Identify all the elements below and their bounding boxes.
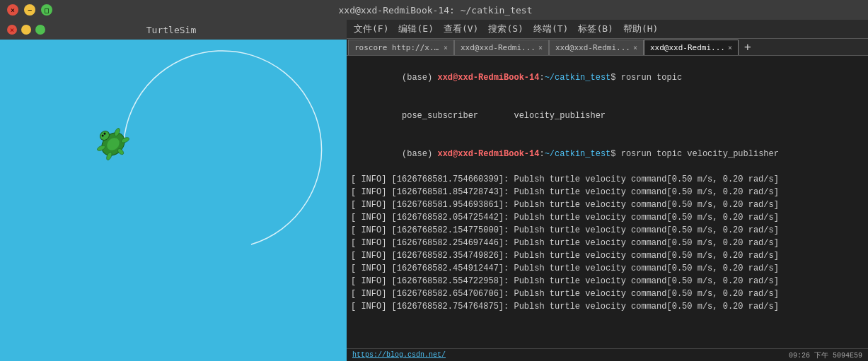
prompt-path-2: ~/catkin_test (545, 149, 611, 159)
tab-3[interactable]: xxd@xxd-Redmi... × (549, 40, 644, 55)
prompt-path-1: ~/catkin_test (545, 73, 611, 83)
term-info-8: [ INFO] [1626768582.454912447]: Publsh t… (351, 262, 864, 275)
tab-2[interactable]: xxd@xxd-Redmi... × (454, 40, 549, 55)
term-info-6: [ INFO] [1626768582.254697446]: Publsh t… (351, 237, 864, 249)
prompt-user-2: xxd@xxd-RedmiBook-14 (437, 149, 539, 159)
statusbar-link[interactable]: https://blog.csdn.net/ (352, 351, 446, 359)
turtlesim-panel: × TurtleSim (0, 20, 347, 361)
prompt-colon-2: : (539, 149, 544, 159)
main-layout: × TurtleSim (0, 20, 868, 361)
win-btn-close[interactable]: × (7, 4, 18, 16)
turtlesim-win-btns: × (7, 25, 45, 35)
win-btn-min[interactable]: − (24, 4, 35, 16)
menu-tags[interactable]: 标签(B) (574, 21, 617, 37)
tab-4[interactable]: xxd@xxd-Redmi... × (644, 40, 739, 55)
term-info-7: [ INFO] [1626768582.354749826]: Publsh t… (351, 249, 864, 262)
terminal-menubar: 文件(F) 编辑(E) 查看(V) 搜索(S) 终端(T) 标签(B) 帮助(H… (347, 20, 868, 39)
terminal-panel: 文件(F) 编辑(E) 查看(V) 搜索(S) 终端(T) 标签(B) 帮助(H… (347, 20, 868, 361)
tab-1[interactable]: roscore http://x... × (348, 40, 454, 55)
ts-btn-min[interactable] (21, 25, 31, 35)
prompt-user-1: xxd@xxd-RedmiBook-14 (437, 73, 539, 83)
tab-4-label: xxd@xxd-Redmi... (650, 43, 725, 52)
tab-3-close[interactable]: × (633, 44, 637, 52)
term-line-2: pose_subscriber velocity_publisher (351, 97, 864, 135)
term-info-5: [ INFO] [1626768582.154775000]: Publsh t… (351, 224, 864, 237)
statusbar-time: 09:26 下午 5094E59 (789, 350, 862, 360)
turtlesim-canvas-area (0, 40, 347, 361)
prompt-colon-1: : (539, 73, 544, 83)
terminal-statusbar: https://blog.csdn.net/ 09:26 下午 5094E59 (347, 348, 868, 361)
tab-2-close[interactable]: × (538, 44, 543, 52)
prompt-base-2: (base) (402, 149, 437, 159)
menu-help[interactable]: 帮助(H) (619, 21, 662, 37)
term-line-1: (base) xxd@xxd-RedmiBook-14:~/catkin_tes… (351, 59, 864, 97)
prompt-dollar-2: $ rosrun topic velocity_publisher (611, 149, 779, 159)
term-info-11: [ INFO] [1626768582.754764875]: Publsh t… (351, 300, 864, 313)
prompt-base: (base) (402, 73, 437, 83)
ts-btn-max[interactable] (35, 25, 45, 35)
term-info-9: [ INFO] [1626768582.554722958]: Publsh t… (351, 275, 864, 288)
tab-1-label: roscore http://x... (354, 43, 441, 52)
term-info-4: [ INFO] [1626768582.054725442]: Publsh t… (351, 211, 864, 224)
titlebar-center: xxd@xxd-RedmiBook-14: ~/catkin_test (339, 5, 533, 16)
tab-3-label: xxd@xxd-Redmi... (555, 43, 630, 52)
menu-view[interactable]: 查看(V) (439, 21, 482, 37)
term-info-10: [ INFO] [1626768582.654706706]: Publsh t… (351, 288, 864, 300)
terminal-content[interactable]: (base) xxd@xxd-RedmiBook-14:~/catkin_tes… (347, 56, 868, 348)
term-info-2: [ INFO] [1626768581.854728743]: Publsh t… (351, 186, 864, 199)
tab-2-label: xxd@xxd-Redmi... (461, 43, 536, 52)
ts-btn-close[interactable]: × (7, 25, 17, 35)
term-info-1: [ INFO] [1626768581.754660399]: Publsh t… (351, 173, 864, 186)
term-line-3: (base) xxd@xxd-RedmiBook-14:~/catkin_tes… (351, 135, 864, 173)
turtlesim-header: × TurtleSim (0, 20, 347, 40)
win-btn-max[interactable]: □ (41, 4, 52, 16)
terminal-tabs: roscore http://x... × xxd@xxd-Redmi... ×… (347, 39, 868, 56)
tab-4-close[interactable]: × (728, 44, 732, 52)
menu-search[interactable]: 搜索(S) (484, 21, 527, 37)
term-info-3: [ INFO] [1626768581.954693861]: Publsh t… (351, 199, 864, 211)
menu-terminal[interactable]: 终端(T) (529, 21, 572, 37)
menu-edit[interactable]: 编辑(E) (394, 21, 437, 37)
turtlesim-title: TurtleSim (146, 25, 196, 35)
turtlesim-svg (0, 40, 347, 361)
prompt-dollar-1: $ rosrun topic (611, 73, 682, 83)
app-container: × − □ xxd@xxd-RedmiBook-14: ~/catkin_tes… (0, 0, 868, 361)
tab-1-close[interactable]: × (444, 44, 448, 52)
terminal-titlebar: × − □ xxd@xxd-RedmiBook-14: ~/catkin_tes… (0, 0, 868, 20)
new-tab-button[interactable]: + (739, 39, 757, 55)
titlebar-left: × − □ (7, 4, 52, 16)
menu-file[interactable]: 文件(F) (349, 21, 393, 37)
